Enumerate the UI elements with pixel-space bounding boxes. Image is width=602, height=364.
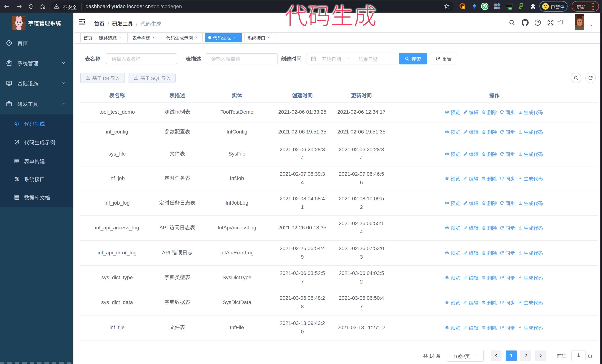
svg-text:1: 1 xyxy=(463,6,464,9)
svg-text:on: on xyxy=(509,7,512,9)
